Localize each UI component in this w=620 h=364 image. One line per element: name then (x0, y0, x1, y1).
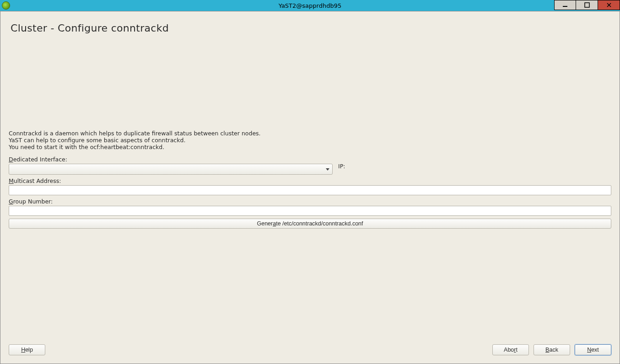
dedicated-interface-label: Dedicated Interface: (9, 156, 611, 163)
description-line: You need to start it with the ocf:heartb… (9, 144, 611, 150)
minimize-button[interactable] (554, 0, 576, 10)
group-number-label: Group Number: (9, 198, 611, 205)
help-button[interactable]: Help (9, 344, 45, 355)
back-button[interactable]: Back (534, 344, 570, 355)
client-area: Cluster - Configure conntrackd Conntrack… (0, 11, 620, 364)
window-title: YaST2@sapprdhdb95 (0, 2, 620, 9)
svg-rect-0 (563, 6, 567, 7)
ip-label: IP: (338, 163, 345, 170)
multicast-address-label: Multicast Address: (9, 177, 611, 184)
dedicated-interface-row: IP: (9, 164, 611, 175)
page-title: Cluster - Configure conntrackd (11, 22, 611, 34)
window-frame: YaST2@sapprdhdb95 Cluster - Configure co… (0, 0, 620, 364)
button-bar: Help Abort Back Next (9, 343, 611, 355)
titlebar[interactable]: YaST2@sapprdhdb95 (0, 0, 620, 11)
close-button[interactable] (598, 0, 620, 10)
next-button[interactable]: Next (575, 344, 611, 355)
description-line: Conntrackd is a daemon which helps to du… (9, 130, 611, 137)
window-controls (554, 0, 620, 10)
description-line: YaST can help to configure some basic as… (9, 137, 611, 144)
abort-button[interactable]: Abort (492, 344, 529, 355)
description-text: Conntrackd is a daemon which helps to du… (9, 130, 611, 150)
svg-rect-1 (585, 3, 589, 7)
spacer (9, 34, 611, 130)
maximize-button[interactable] (576, 0, 598, 10)
chevron-down-icon (326, 168, 329, 171)
dedicated-interface-combo[interactable] (9, 164, 333, 175)
generate-conf-button[interactable]: Generate /etc/conntrackd/conntrackd.conf (9, 219, 611, 229)
group-number-input[interactable] (9, 206, 611, 216)
multicast-address-input[interactable] (9, 185, 611, 195)
spacer (9, 229, 611, 343)
